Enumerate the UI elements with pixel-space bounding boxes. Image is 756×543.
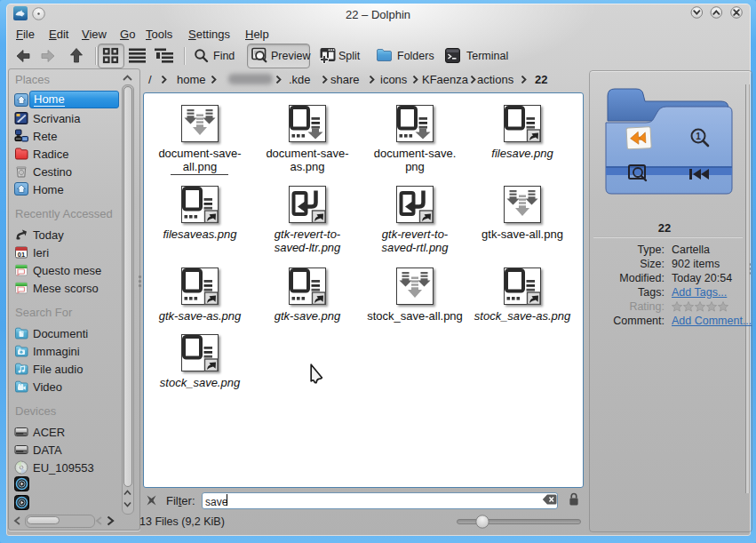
svg-text:01: 01 <box>18 251 25 259</box>
svg-text:1: 1 <box>696 132 701 141</box>
